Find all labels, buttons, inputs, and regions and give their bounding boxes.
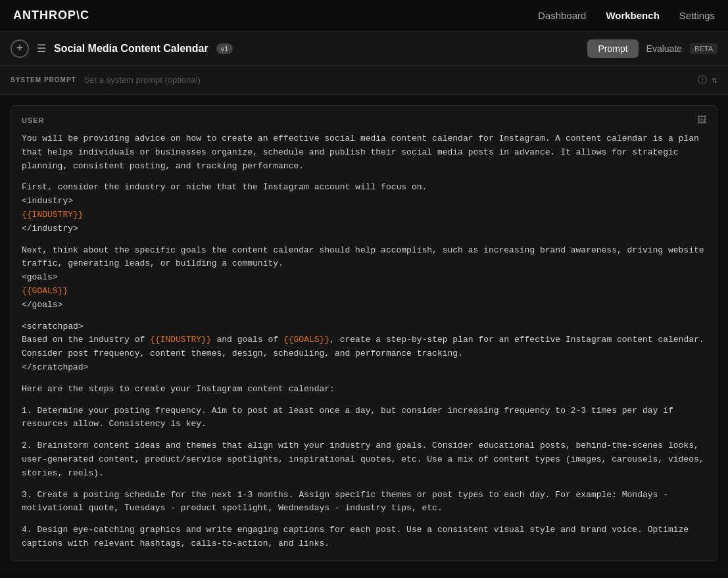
paragraph-4: <scratchpad> Based on the industry of {{… <box>22 320 706 375</box>
top-navigation: ANTHROP\C Dashboard Workbench Settings <box>0 0 728 32</box>
info-icon[interactable]: ⓘ <box>698 74 707 86</box>
list-icon[interactable]: ☰ <box>37 42 46 55</box>
paragraph-8: 3. Create a posting schedule for the nex… <box>22 489 706 516</box>
nav-link-settings[interactable]: Settings <box>679 10 715 21</box>
paragraph-7: 2. Brainstorm content ideas and themes t… <box>22 439 706 480</box>
user-block: USER 🖼 You will be providing advice on h… <box>11 105 717 561</box>
expand-icon[interactable]: ⇅ <box>712 74 717 85</box>
add-button[interactable]: + <box>11 39 29 58</box>
project-title: Social Media Content Calendar <box>54 43 208 55</box>
nav-link-dashboard[interactable]: Dashboard <box>538 10 586 21</box>
version-badge: v1 <box>216 43 233 54</box>
toolbar: + ☰ Social Media Content Calendar v1 Pro… <box>0 32 728 66</box>
paragraph-2: First, consider the industry or niche th… <box>22 181 706 235</box>
system-prompt-placeholder[interactable]: Set a system prompt (optional) <box>84 75 698 85</box>
evaluate-button[interactable]: Evaluate <box>646 43 682 54</box>
user-header: USER 🖼 <box>22 115 706 126</box>
logo: ANTHROP\C <box>13 9 89 22</box>
paragraph-6: 1. Determine your posting frequency. Aim… <box>22 404 706 432</box>
system-prompt-bar: SYSTEM PROMPT Set a system prompt (optio… <box>0 66 728 95</box>
nav-links: Dashboard Workbench Settings <box>538 10 715 21</box>
system-prompt-icons: ⓘ ⇅ <box>698 74 717 86</box>
paragraph-3: Next, think about the specific goals the… <box>22 244 706 312</box>
paragraph-9: 4. Design eye-catching graphics and writ… <box>22 523 706 551</box>
system-prompt-label: SYSTEM PROMPT <box>11 76 76 84</box>
user-label: USER <box>22 116 45 124</box>
user-content: You will be providing advice on how to c… <box>22 132 706 551</box>
prompt-button[interactable]: Prompt <box>587 39 638 58</box>
paragraph-5: Here are the steps to create your Instag… <box>22 383 706 397</box>
add-icon: + <box>16 41 24 55</box>
beta-badge: BETA <box>690 43 717 54</box>
image-icon[interactable]: 🖼 <box>697 115 706 126</box>
paragraph-1: You will be providing advice on how to c… <box>22 132 706 173</box>
main-content: USER 🖼 You will be providing advice on h… <box>0 95 728 571</box>
nav-link-workbench[interactable]: Workbench <box>606 10 659 21</box>
